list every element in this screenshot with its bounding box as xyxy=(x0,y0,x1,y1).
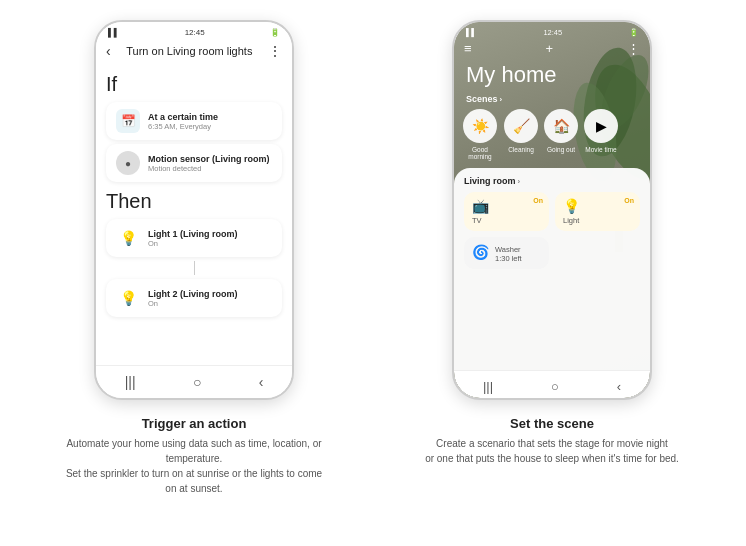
more-icon[interactable]: ⋮ xyxy=(268,43,282,59)
right-navbar: ||| ○ ‹ xyxy=(454,370,650,398)
light-on-badge: On xyxy=(624,197,634,204)
right-content: ▌▌ 12:45 🔋 ≡ + ⋮ My home xyxy=(454,22,650,398)
condition-motion-title: Motion sensor (Living room) xyxy=(148,154,270,164)
scene-goingout-icon: 🏠 xyxy=(544,109,578,143)
left-phone-screen: ▌▌ 12:45 🔋 ‹ Turn on Living room lights … xyxy=(96,22,292,398)
condition-card-time[interactable]: 📅 At a certain time 6:35 AM, Everyday xyxy=(106,102,282,140)
action-light1-text: Light 1 (Living room) On xyxy=(148,229,238,248)
condition-time-title: At a certain time xyxy=(148,112,218,122)
right-phone-wrapper: ▌▌ 12:45 🔋 ≡ + ⋮ My home xyxy=(452,20,652,400)
left-time: 12:45 xyxy=(185,28,205,37)
right-caption: Set the scene Create a scenario that set… xyxy=(388,416,716,496)
left-navbar: ||| ○ ‹ xyxy=(96,365,292,398)
left-caption-body: Automate your home using data such as ti… xyxy=(64,436,324,496)
device-card-washer[interactable]: 🌀 Washer 1:30 left xyxy=(464,237,549,269)
washer-name: Washer xyxy=(495,245,522,254)
scene-morning-label: Good morning xyxy=(462,146,498,160)
right-time: 12:45 xyxy=(543,28,562,37)
scenes-row: ☀️ Good morning 🧹 Cleaning 🏠 Going out xyxy=(454,109,650,168)
scene-movie-icon: ▶ xyxy=(584,109,618,143)
right-battery: 🔋 xyxy=(629,28,638,37)
right-toolbar: ≡ + ⋮ xyxy=(454,39,650,58)
home-title: My home xyxy=(454,58,650,94)
condition-card-motion[interactable]: ● Motion sensor (Living room) Motion det… xyxy=(106,144,282,182)
tv-name: TV xyxy=(472,216,541,225)
motion-icon: ● xyxy=(116,151,140,175)
scene-morning-icon: ☀️ xyxy=(463,109,497,143)
light-icon: 💡 xyxy=(563,198,632,214)
right-caption-title: Set the scene xyxy=(510,416,594,431)
bulb1-icon: 💡 xyxy=(116,226,140,250)
left-content: If 📅 At a certain time 6:35 AM, Everyday… xyxy=(96,65,292,365)
condition-time-sub: 6:35 AM, Everyday xyxy=(148,122,218,131)
scene-item-goingout[interactable]: 🏠 Going out xyxy=(544,109,578,160)
condition-motion-sub: Motion detected xyxy=(148,164,270,173)
right-back-icon[interactable]: ‹ xyxy=(617,379,621,394)
device-card-light[interactable]: On 💡 Light xyxy=(555,192,640,231)
left-statusbar: ▌▌ 12:45 🔋 xyxy=(96,22,292,39)
scene-cleaning-label: Cleaning xyxy=(508,146,534,153)
action-card-light2[interactable]: 💡 Light 2 (Living room) On xyxy=(106,279,282,317)
left-phone-frame: ▌▌ 12:45 🔋 ‹ Turn on Living room lights … xyxy=(94,20,294,400)
condition-motion-text: Motion sensor (Living room) Motion detec… xyxy=(148,154,270,173)
main-container: ▌▌ 12:45 🔋 ‹ Turn on Living room lights … xyxy=(0,0,746,410)
left-caption: Trigger an action Automate your home usi… xyxy=(30,416,358,496)
washer-icon: 🌀 xyxy=(472,244,489,260)
scene-item-cleaning[interactable]: 🧹 Cleaning xyxy=(504,109,538,160)
right-phone-screen: ▌▌ 12:45 🔋 ≡ + ⋮ My home xyxy=(454,22,650,398)
right-statusbar: ▌▌ 12:45 🔋 xyxy=(454,22,650,39)
recent-apps-icon[interactable]: ||| xyxy=(125,374,136,390)
scene-item-morning[interactable]: ☀️ Good morning xyxy=(462,109,498,160)
then-divider xyxy=(194,261,195,275)
devices-grid: On 📺 TV On 💡 Light xyxy=(464,192,640,269)
right-phone-section: ▌▌ 12:45 🔋 ≡ + ⋮ My home xyxy=(388,20,716,400)
then-label: Then xyxy=(106,190,282,213)
action-light1-sub: On xyxy=(148,239,238,248)
add-icon[interactable]: + xyxy=(546,41,554,56)
bottom-panel: Living room › On 📺 TV xyxy=(454,168,650,370)
condition-time-text: At a certain time 6:35 AM, Everyday xyxy=(148,112,218,131)
home-nav-icon[interactable]: ○ xyxy=(193,374,201,390)
menu-icon[interactable]: ≡ xyxy=(464,41,472,56)
tv-on-badge: On xyxy=(533,197,543,204)
room-label: Living room › xyxy=(464,176,640,186)
device-card-tv[interactable]: On 📺 TV xyxy=(464,192,549,231)
right-caption-body: Create a scenario that sets the stage fo… xyxy=(425,436,679,466)
captions-row: Trigger an action Automate your home usi… xyxy=(0,410,746,496)
action-light2-text: Light 2 (Living room) On xyxy=(148,289,238,308)
left-phone-wrapper: ▌▌ 12:45 🔋 ‹ Turn on Living room lights … xyxy=(94,20,294,400)
left-screen-title: Turn on Living room lights xyxy=(111,45,268,57)
left-phone-section: ▌▌ 12:45 🔋 ‹ Turn on Living room lights … xyxy=(30,20,358,400)
right-recent-icon[interactable]: ||| xyxy=(483,379,493,394)
if-label: If xyxy=(106,73,282,96)
bulb2-icon: 💡 xyxy=(116,286,140,310)
light-name: Light xyxy=(563,216,632,225)
room-chevron: › xyxy=(518,177,521,186)
back-nav-icon[interactable]: ‹ xyxy=(259,374,264,390)
left-header: ‹ Turn on Living room lights ⋮ xyxy=(96,39,292,65)
right-signal: ▌▌ xyxy=(466,28,477,37)
battery-icon: 🔋 xyxy=(270,28,280,37)
options-icon[interactable]: ⋮ xyxy=(627,41,640,56)
signal-icon: ▌▌ xyxy=(108,28,119,37)
scene-cleaning-icon: 🧹 xyxy=(504,109,538,143)
scene-item-movie[interactable]: ▶ Movie time xyxy=(584,109,618,160)
scene-movie-label: Movie time xyxy=(585,146,616,153)
scenes-chevron: › xyxy=(500,95,503,104)
action-card-light1[interactable]: 💡 Light 1 (Living room) On xyxy=(106,219,282,257)
washer-info: Washer 1:30 left xyxy=(495,243,522,263)
action-light2-title: Light 2 (Living room) xyxy=(148,289,238,299)
calendar-icon: 📅 xyxy=(116,109,140,133)
washer-time: 1:30 left xyxy=(495,254,522,263)
action-light2-sub: On xyxy=(148,299,238,308)
right-home-icon[interactable]: ○ xyxy=(551,379,559,394)
action-light1-title: Light 1 (Living room) xyxy=(148,229,238,239)
tv-icon: 📺 xyxy=(472,198,541,214)
scenes-label: Scenes › xyxy=(454,94,650,109)
scene-goingout-label: Going out xyxy=(547,146,575,153)
left-caption-title: Trigger an action xyxy=(142,416,247,431)
right-phone-frame: ▌▌ 12:45 🔋 ≡ + ⋮ My home xyxy=(452,20,652,400)
